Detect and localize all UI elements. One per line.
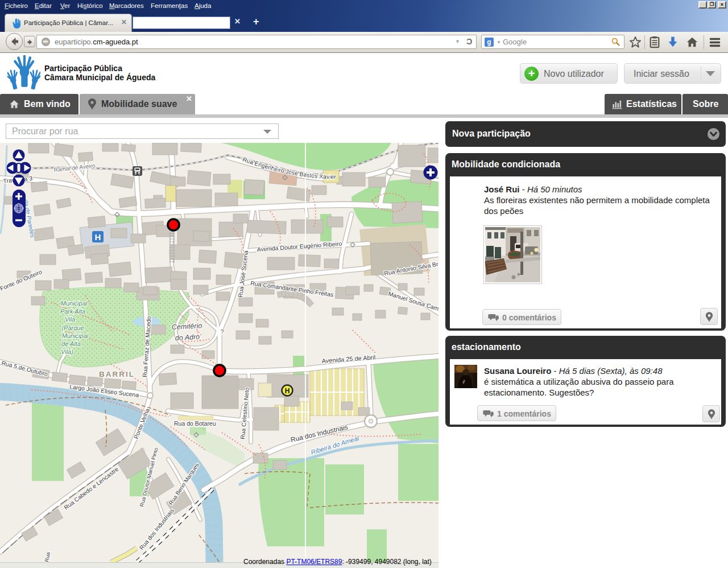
svg-text:BARRIL: BARRIL <box>99 370 135 378</box>
svg-text:Municipal: Municipal <box>62 332 89 339</box>
svg-text:H: H <box>285 387 290 395</box>
svg-text:Municipal: Municipal <box>61 300 88 307</box>
svg-text:Rua do Botareu: Rua do Botareu <box>174 420 216 427</box>
svg-text:de Alta: de Alta <box>61 340 81 347</box>
svg-text:do Adro: do Adro <box>175 333 200 342</box>
svg-text:(Parque: (Parque <box>61 324 84 331</box>
svg-text:H: H <box>95 232 101 242</box>
svg-text:Vila: Vila <box>65 316 75 323</box>
svg-text:Park Alta: Park Alta <box>60 308 85 315</box>
svg-text:Cemitério: Cemitério <box>171 322 202 331</box>
svg-text:?: ? <box>221 329 224 335</box>
svg-text:Vila): Vila) <box>61 348 73 355</box>
